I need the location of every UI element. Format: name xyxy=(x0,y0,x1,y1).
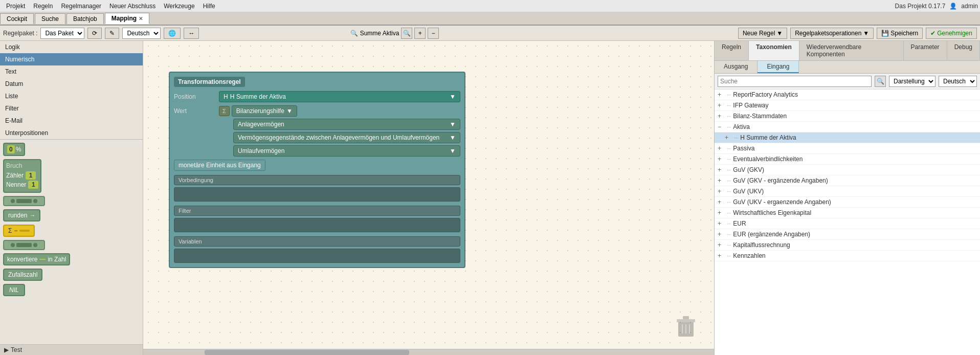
tree-expand-icon[interactable]: + xyxy=(718,113,725,120)
variablen-slot[interactable] xyxy=(174,249,460,263)
tree-expand-icon[interactable]: + xyxy=(718,252,725,259)
share-btn[interactable]: ↔ xyxy=(184,28,199,39)
vorbedingung-slot[interactable] xyxy=(174,187,460,202)
genehmigen-btn[interactable]: ✔ Genehmigen xyxy=(926,28,977,39)
right-tab-parameter[interactable]: Parameter xyxy=(904,41,947,60)
filter-slot[interactable] xyxy=(174,218,460,232)
menu-neuer-abschluss[interactable]: Neuer Abschluss xyxy=(105,2,160,11)
tree-item[interactable]: +···Wirtschaftliches Eigenkapital xyxy=(715,208,980,218)
tree-expand-icon[interactable]: + xyxy=(718,156,725,163)
connector-block-2[interactable] xyxy=(3,240,45,250)
lang-select[interactable]: Deutsch xyxy=(122,28,161,39)
tree-expand-icon[interactable]: + xyxy=(718,145,725,152)
sub-tab-ausgang[interactable]: Ausgang xyxy=(715,61,758,73)
right-tab-debug[interactable]: Debug xyxy=(947,41,980,60)
zufallszahl-block[interactable]: Zufallszahl xyxy=(3,269,42,281)
regelpaketsoperationen-btn[interactable]: Regelpaketsoperationen ▼ xyxy=(790,28,874,39)
canvas-scrollbar-h[interactable] xyxy=(143,349,714,355)
tree-item[interactable]: +···GuV (UKV - ergaenzende Angaben) xyxy=(715,197,980,208)
tab-suche[interactable]: Suche xyxy=(35,13,65,24)
tab-batchjob[interactable]: Batchjob xyxy=(66,13,104,24)
tree-item[interactable]: +···ReportFactory Analytics xyxy=(715,90,980,100)
tree-item[interactable]: +···Bilanz-Stammdaten xyxy=(715,111,980,122)
tree-item[interactable]: +···IFP Gateway xyxy=(715,100,980,111)
tab-mapping-close[interactable]: ✕ xyxy=(139,16,143,21)
tree-expand-icon[interactable]: + xyxy=(718,188,725,195)
right-tab-komponenten[interactable]: Wiederverwendbare Komponenten xyxy=(799,41,904,60)
konvertiere-block[interactable]: konvertiere in Zahl xyxy=(3,253,70,265)
tree-item[interactable]: +···Passiva xyxy=(715,143,980,154)
runden-block[interactable]: runden → xyxy=(3,209,40,221)
menu-hilfe[interactable]: Hilfe xyxy=(199,2,219,11)
right-tab-taxonomien[interactable]: Taxonomien xyxy=(749,41,799,60)
tree-expand-icon[interactable]: + xyxy=(718,231,725,238)
category-numerisch[interactable]: Numerisch xyxy=(0,53,143,65)
tab-bar: Cockpit Suche Batchjob Mapping ✕ xyxy=(0,12,980,26)
bottom-test[interactable]: ▶ Test xyxy=(0,344,143,355)
category-datum[interactable]: Datum xyxy=(0,78,143,90)
tree-expand-icon[interactable]: + xyxy=(718,166,725,173)
tree-expand-icon[interactable]: + xyxy=(718,198,725,206)
vermoegen-dropdown[interactable]: Vermögensgegenstände zwischen Anlageverm… xyxy=(233,132,460,143)
canvas-area[interactable]: Transformationsregel Position H H Summe … xyxy=(143,41,714,355)
tree-expand-icon[interactable]: + xyxy=(718,241,725,249)
tree-item[interactable]: +···GuV (GKV) xyxy=(715,165,980,175)
tree-item[interactable]: +···Kennzahlen xyxy=(715,251,980,261)
category-filter[interactable]: Filter xyxy=(0,102,143,115)
category-email[interactable]: E-Mail xyxy=(0,115,143,127)
tree-expand-icon[interactable]: + xyxy=(718,209,725,216)
tree-item[interactable]: +···GuV (UKV) xyxy=(715,186,980,197)
speichern-btn[interactable]: 💾 Speichern xyxy=(877,28,923,39)
tree-item[interactable]: +···H Summe der Aktiva xyxy=(715,132,980,143)
tree-expand-icon[interactable]: − xyxy=(718,123,725,130)
tree-expand-icon[interactable]: + xyxy=(718,91,725,98)
tree-expand-icon[interactable]: + xyxy=(718,102,725,109)
category-logik[interactable]: Logik xyxy=(0,41,143,53)
tree-item[interactable]: +···EUR (ergänzende Angaben) xyxy=(715,229,980,240)
sub-tab-eingang[interactable]: Eingang xyxy=(758,61,799,73)
connector-block-1[interactable] xyxy=(3,196,45,206)
bilanzierungshilfe-dropdown[interactable]: Bilanzierungshilfe ▼ xyxy=(232,105,297,117)
category-unterpositionen[interactable]: Unterpositionen xyxy=(0,127,143,139)
tree-item[interactable]: +···GuV (GKV - ergänzende Angaben) xyxy=(715,175,980,186)
tab-cockpit[interactable]: Cockpit xyxy=(0,13,34,24)
block-sigma: Σ − xyxy=(3,225,140,237)
menu-regelmanager[interactable]: Regelmanager xyxy=(57,2,105,11)
taxonomy-search-input[interactable] xyxy=(718,76,872,87)
nil-block[interactable]: NIL xyxy=(3,284,25,296)
category-liste[interactable]: Liste xyxy=(0,90,143,102)
tree-item[interactable]: +···Kapitalflussrechnung xyxy=(715,240,980,251)
anlagevermoegen-dropdown[interactable]: Anlagevermögen ▼ xyxy=(233,119,460,130)
trash-icon xyxy=(673,314,699,340)
sigma-block[interactable]: Σ − xyxy=(3,225,35,237)
tree-item[interactable]: +···EUR xyxy=(715,218,980,229)
refresh-btn[interactable]: ⟳ xyxy=(87,28,102,39)
umlaufvermoegen-dropdown[interactable]: Umlaufvermögen ▼ xyxy=(233,145,460,157)
zoom-search-btn[interactable]: 🔍 xyxy=(401,28,412,39)
right-tab-regeln[interactable]: Regeln xyxy=(715,41,749,60)
taxonomy-search-btn[interactable]: 🔍 xyxy=(875,76,886,87)
zoom-out-btn[interactable]: − xyxy=(428,28,439,39)
scrollbar-thumb[interactable] xyxy=(205,350,409,355)
tree-expand-icon[interactable]: + xyxy=(725,134,732,141)
taxonomy-lang-select[interactable]: Deutsch xyxy=(939,76,977,87)
bruch-block[interactable]: Bruch Zähler 1 Nenner 1 xyxy=(3,159,41,193)
tree-item[interactable]: +···Eventualverbindlichkeiten xyxy=(715,154,980,165)
menu-werkzeuge[interactable]: Werkzeuge xyxy=(160,2,198,11)
menu-regeln[interactable]: Regeln xyxy=(29,2,57,11)
tree-expand-icon[interactable]: + xyxy=(718,177,725,184)
darstellung-select[interactable]: Darstellung xyxy=(889,76,936,87)
neue-regel-btn[interactable]: Neue Regel ▼ xyxy=(738,28,787,39)
tree-item[interactable]: −···Aktiva xyxy=(715,122,980,132)
position-block[interactable]: H H Summe der Aktiva ▼ xyxy=(219,91,460,102)
zoom-in-btn[interactable]: + xyxy=(414,28,426,39)
paket-select[interactable]: Das Paket xyxy=(40,28,84,39)
edit-btn[interactable]: ✎ xyxy=(105,28,119,39)
tree-expand-icon[interactable]: + xyxy=(718,220,725,227)
mon-block[interactable]: monetäre Einheit aus Eingang xyxy=(174,160,265,171)
menu-projekt[interactable]: Projekt xyxy=(2,2,29,11)
tab-mapping[interactable]: Mapping ✕ xyxy=(105,13,149,24)
zero-pct-block[interactable]: 0 % xyxy=(3,143,25,156)
globe-btn[interactable]: 🌐 xyxy=(164,28,181,39)
category-text[interactable]: Text xyxy=(0,65,143,78)
